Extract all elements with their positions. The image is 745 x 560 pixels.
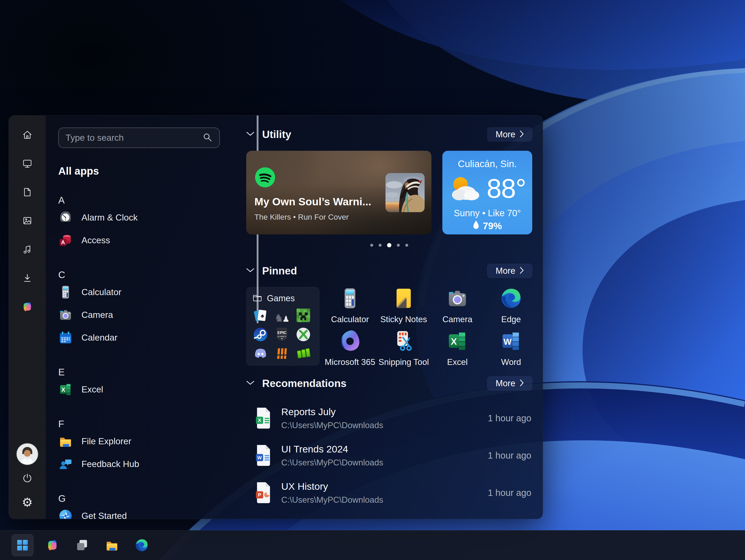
- spotify-song-subtitle: The Killers • Run For Cover: [254, 213, 349, 221]
- app-row-excel[interactable]: X Excel: [58, 378, 241, 401]
- start-button[interactable]: [11, 534, 33, 556]
- letter-header-g[interactable]: G: [58, 493, 241, 504]
- utility-more-button[interactable]: More: [487, 127, 532, 141]
- app-name: Access: [82, 235, 110, 245]
- calendar-icon: [58, 330, 73, 345]
- weather-widget-card[interactable]: Culiacán, Sin. 88° Sunny • Like 70° 79%: [442, 151, 532, 235]
- pinned-more-button[interactable]: More: [487, 264, 532, 278]
- pinned-camera[interactable]: Camera: [430, 287, 484, 327]
- recommendations-more-button[interactable]: More: [487, 376, 532, 390]
- app-name: Excel: [82, 384, 103, 394]
- taskbar-edge-button[interactable]: [131, 534, 153, 556]
- calculator-icon: [338, 287, 361, 310]
- recommendation-title: UX History: [281, 481, 488, 492]
- chess-icon: ♞♟: [274, 308, 290, 323]
- account-button[interactable]: [21, 448, 34, 461]
- app-row-file-explorer[interactable]: File Explorer: [58, 430, 241, 453]
- letter-header-f[interactable]: F: [58, 418, 241, 430]
- letter-header-c[interactable]: C: [58, 269, 241, 281]
- recommendations-collapse-toggle[interactable]: Recomendations: [246, 377, 347, 389]
- copilot-icon: [21, 301, 33, 313]
- app-name: File Explorer: [82, 436, 131, 446]
- power-button[interactable]: [21, 471, 34, 485]
- rail-pictures-button[interactable]: [21, 214, 34, 228]
- word-file-icon: W: [255, 445, 272, 466]
- pinned-snipping-tool[interactable]: Snipping Tool: [377, 330, 430, 370]
- app-name: Calendar: [82, 332, 118, 343]
- rail-home-button[interactable]: [21, 128, 34, 141]
- rail-desktop-button[interactable]: [21, 157, 34, 170]
- pinned-app-label: Camera: [442, 315, 473, 324]
- excel-icon: X: [58, 382, 73, 397]
- app-row-camera[interactable]: Camera: [58, 304, 241, 326]
- carousel-dot-active[interactable]: [387, 243, 391, 247]
- pinned-sticky-notes[interactable]: Sticky Notes: [377, 287, 430, 327]
- carousel-dot[interactable]: [405, 244, 408, 247]
- app-row-alarm-clock[interactable]: Alarm & Clock: [58, 206, 241, 229]
- recommendation-row-ux-history[interactable]: P UX History C:\Users\MyPC\Downloads 1 h…: [246, 476, 532, 510]
- recommendation-row-ui-trends[interactable]: W UI Trends 2024 C:\Users\MyPC\Downloads…: [246, 439, 532, 473]
- chevron-right-icon: [520, 380, 524, 387]
- pinned-app-label: Sticky Notes: [380, 315, 427, 324]
- svg-text:X: X: [258, 417, 261, 423]
- powerpoint-file-icon: P: [255, 482, 272, 503]
- utility-collapse-toggle[interactable]: Utility: [246, 128, 291, 141]
- documents-icon: [22, 187, 33, 197]
- settings-gear-icon: ⚙: [22, 496, 33, 509]
- svg-text:EPIC: EPIC: [278, 330, 287, 335]
- pinned-calculator[interactable]: Calculator: [323, 287, 377, 327]
- rail-music-button[interactable]: [21, 243, 34, 256]
- excel-icon: X: [446, 330, 469, 352]
- games-folder-tile[interactable]: Games ♠ ♞♟ EPICGAMES: [246, 287, 320, 365]
- game-bars-icon: [296, 346, 311, 361]
- recommendation-row-reports-july[interactable]: X Reports July C:\Users\MyPC\Downloads 1…: [246, 401, 532, 435]
- pinned-word[interactable]: W Word: [484, 330, 538, 370]
- carousel-dot[interactable]: [370, 244, 373, 247]
- alarm-clock-icon: [58, 210, 73, 225]
- pinned-apps-grid: Calculator Sticky Notes Camera Edge Micr…: [323, 287, 538, 370]
- music-icon: [22, 244, 33, 255]
- pinned-microsoft-365[interactable]: Microsoft 365: [323, 330, 377, 370]
- rail-copilot-button[interactable]: [21, 300, 34, 313]
- weather-main: 88°: [442, 173, 532, 204]
- taskbar-copilot-button[interactable]: [41, 534, 63, 556]
- search-box[interactable]: [58, 128, 220, 148]
- weather-condition: Sunny • Like 70°: [442, 208, 532, 218]
- recommendations-list: X Reports July C:\Users\MyPC\Downloads 1…: [246, 401, 532, 510]
- app-row-feedback-hub[interactable]: Feedback Hub: [58, 453, 241, 476]
- letter-header-e[interactable]: E: [58, 366, 241, 378]
- recommendation-path: C:\Users\MyPC\Downloads: [281, 458, 488, 467]
- pinned-excel[interactable]: X Excel: [430, 330, 484, 370]
- app-name: Get Started: [82, 511, 127, 519]
- camera-icon: [58, 308, 73, 322]
- rail-documents-button[interactable]: [21, 185, 34, 199]
- power-icon: [22, 473, 33, 484]
- task-view-button[interactable]: [71, 534, 93, 556]
- pinned-collapse-toggle[interactable]: Pinned: [246, 265, 297, 277]
- letter-header-a[interactable]: A: [58, 195, 241, 206]
- recommendation-texts: UI Trends 2024 C:\Users\MyPC\Downloads: [281, 444, 488, 467]
- app-row-access[interactable]: A Access: [58, 229, 241, 252]
- file-explorer-icon: [105, 538, 119, 552]
- spotify-icon: [254, 167, 276, 188]
- app-row-get-started[interactable]: Get Started: [58, 504, 241, 519]
- app-row-calendar[interactable]: Calendar: [58, 326, 241, 349]
- solitaire-icon: ♠: [253, 308, 268, 323]
- search-input[interactable]: [66, 133, 202, 143]
- app-row-calculator[interactable]: Calculator: [58, 281, 241, 304]
- spotify-widget-card[interactable]: My Own Soul’s Warni... The Killers • Run…: [246, 151, 431, 235]
- pinned-edge[interactable]: Edge: [484, 287, 538, 327]
- word-icon: W: [500, 330, 522, 352]
- carousel-dot[interactable]: [379, 244, 382, 247]
- settings-button[interactable]: ⚙: [21, 496, 34, 509]
- recommendation-title: UI Trends 2024: [281, 444, 488, 455]
- pictures-icon: [22, 215, 33, 226]
- taskbar-file-explorer-button[interactable]: [101, 534, 123, 556]
- downloads-icon: [22, 273, 33, 283]
- svg-text:GAMES: GAMES: [278, 336, 286, 338]
- rail-downloads-button[interactable]: [21, 272, 34, 285]
- pinned-app-label: Snipping Tool: [379, 357, 429, 367]
- carousel-dot[interactable]: [397, 244, 400, 247]
- more-label: More: [496, 379, 515, 388]
- calculator-icon: [58, 285, 73, 300]
